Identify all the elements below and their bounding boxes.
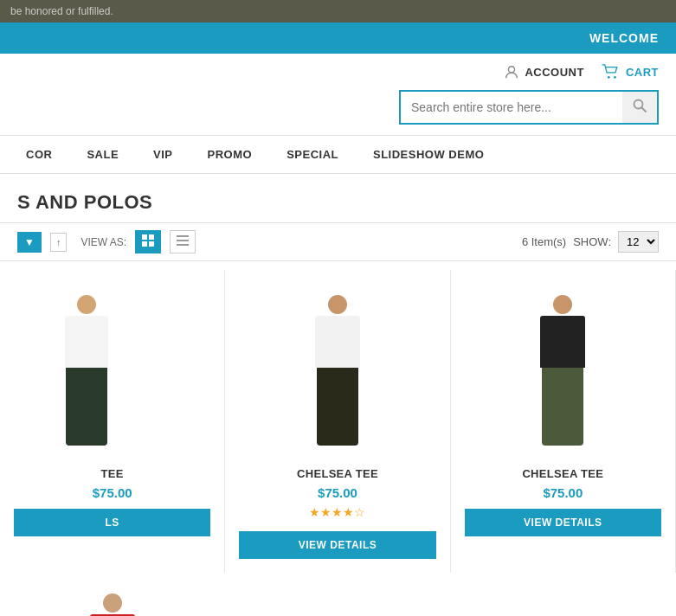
nav-item-cor[interactable]: COR [9,136,69,173]
toolbar-left: ▼ ↑ VIEW AS: [17,230,196,253]
search-button[interactable] [622,92,657,123]
page-title-bar: S AND POLOS [0,174,676,222]
product-price-1: $75.00 [14,485,210,500]
svg-rect-11 [177,244,189,246]
svg-point-1 [608,76,610,79]
product-image-3 [465,284,661,457]
person-figure-1 [65,295,108,446]
cart-label: CART [626,66,659,79]
product-price-2: $75.00 [239,485,435,500]
account-link[interactable]: ACCOUNT [504,64,584,80]
products-grid: TEE $75.00 LS CHELSEA TEE $75.00 ★★★★☆ V… [0,261,676,616]
view-grid-button[interactable] [135,230,161,253]
product-card-4: MERINO V-NECK PULLOVER SWEATER $210.00 V… [0,573,225,616]
page-title: S AND POLOS [17,191,659,214]
product-card-3: CHELSEA TEE $75.00 VIEW DETAILS [451,270,676,573]
svg-rect-8 [149,241,154,247]
nav-item-special[interactable]: SPECIAL [269,136,356,173]
svg-point-0 [509,67,515,73]
svg-rect-7 [142,241,147,247]
view-details-button-2[interactable]: VIEW DETAILS [239,531,435,559]
grid-icon [142,234,154,247]
announcement-bar: be honored or fulfilled. [0,0,676,22]
list-icon [177,234,189,247]
product-rating-2: ★★★★☆ [239,505,435,519]
product-name-2: CHELSEA TEE [239,467,435,480]
product-price-3: $75.00 [465,485,661,500]
svg-point-2 [614,76,616,79]
nav-item-sale[interactable]: SALE [69,136,136,173]
search-input[interactable] [401,92,622,123]
product-card-1: TEE $75.00 LS [0,270,225,573]
svg-rect-5 [142,234,147,240]
show-label: SHOW: [573,235,611,248]
view-list-button[interactable] [170,230,196,253]
product-card-2: CHELSEA TEE $75.00 ★★★★☆ VIEW DETAILS [225,270,450,573]
nav-item-promo[interactable]: PROMO [190,136,270,173]
person-head [77,295,96,314]
search-icon [633,99,647,112]
product-image-1 [14,284,210,457]
toolbar-right: 6 Item(s) SHOW: 12 24 36 [522,231,659,253]
view-as-label: VIEW AS: [80,236,126,248]
nav-item-slideshow[interactable]: SLIDESHOW DEMO [356,136,501,173]
view-details-button-1[interactable]: LS [14,509,210,536]
person-body [315,316,360,368]
account-label: ACCOUNT [525,66,584,79]
svg-rect-10 [177,240,189,241]
header-actions: ACCOUNT CART [504,64,659,80]
person-figure-3 [540,295,585,446]
svg-rect-9 [177,235,189,237]
person-body [65,316,108,368]
sort-button[interactable]: ▼ [17,232,42,253]
announcement-text: be honored or fulfilled. [10,5,113,17]
sort-asc-button[interactable]: ↑ [50,233,68,252]
person-figure-2 [315,295,360,446]
svg-line-4 [642,108,647,112]
item-count: 6 Item(s) [522,235,566,248]
product-name-3: CHELSEA TEE [465,467,661,480]
person-figure-4 [90,594,135,616]
person-pants [542,368,583,446]
view-details-button-3[interactable]: VIEW DETAILS [465,509,661,536]
product-image-4 [14,587,211,616]
cart-icon [602,64,621,80]
welcome-text: WELCOME [589,31,659,45]
show-select[interactable]: 12 24 36 [618,231,659,253]
svg-rect-6 [149,234,154,240]
toolbar: ▼ ↑ VIEW AS: 6 Item(s) SHOW: 12 24 36 [0,222,676,261]
main-nav: COR SALE VIP PROMO SPECIAL SLIDESHOW DEM… [0,135,676,174]
search-bar [399,90,659,125]
account-icon [504,64,519,80]
product-image-2 [239,284,435,457]
nav-item-vip[interactable]: VIP [136,136,190,173]
search-wrapper [0,90,676,135]
header: ACCOUNT CART [0,54,676,90]
cart-link[interactable]: CART [602,64,659,80]
person-head [553,295,572,314]
product-name-1: TEE [14,467,210,480]
person-pants [317,368,358,446]
person-pants [66,368,107,446]
welcome-bar: WELCOME [0,22,676,54]
person-head [103,594,122,613]
person-body [540,316,585,368]
person-head [328,295,347,314]
